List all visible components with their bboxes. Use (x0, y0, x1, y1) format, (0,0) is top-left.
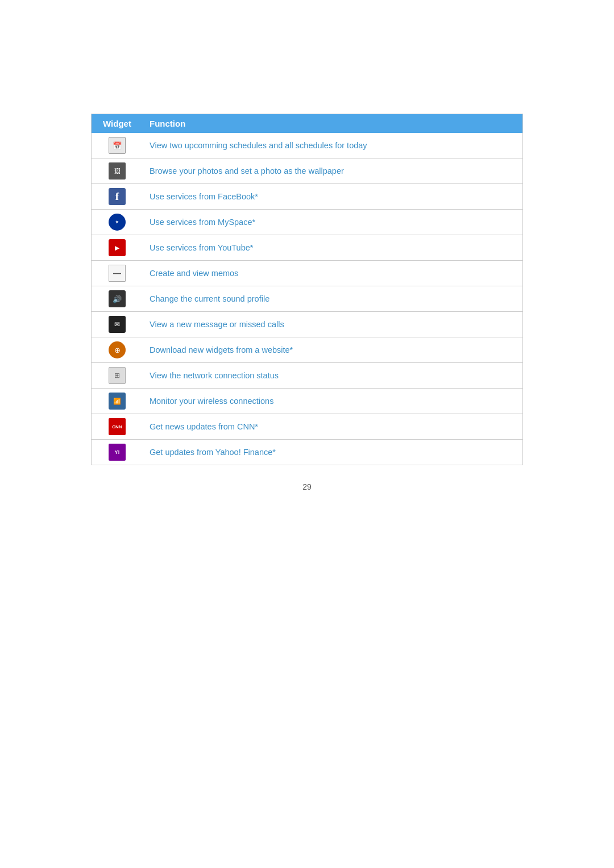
memo-icon-symbol: — (109, 265, 126, 282)
table-row: 🔊Change the current sound profile (92, 286, 522, 312)
table-row: ▶Use services from YouTube* (92, 235, 522, 261)
function-text: View a new message or missed calls (143, 312, 522, 337)
table-row: ⊕Download new widgets from a website* (92, 337, 522, 363)
network-icon: ⊞ (92, 363, 143, 389)
youtube-icon-symbol: ▶ (109, 239, 126, 256)
function-text: Browse your photos and set a photo as th… (143, 158, 522, 184)
yahoo-icon: Y! (92, 440, 143, 465)
page-number: 29 (91, 482, 523, 491)
facebook-icon: f (92, 184, 143, 210)
function-text: Use services from MySpace* (143, 210, 522, 235)
calendar-icon: 📅 (92, 133, 143, 158)
facebook-icon-symbol: f (109, 188, 126, 205)
cnn-icon-symbol: CNN (109, 418, 126, 435)
table-row: 🖼Browse your photos and set a photo as t… (92, 158, 522, 184)
table-row: fUse services from FaceBook* (92, 184, 522, 210)
memo-icon: — (92, 261, 143, 286)
function-text: View the network connection status (143, 363, 522, 389)
function-text: View two upcomming schedules and all sch… (143, 133, 522, 158)
function-text: Get updates from Yahoo! Finance* (143, 440, 522, 465)
table-row: —Create and view memos (92, 261, 522, 286)
myspace-icon-symbol: ✦ (109, 214, 126, 231)
widget-column-header: Widget (92, 114, 143, 133)
wireless-icon-symbol: 📶 (109, 393, 126, 410)
wireless-icon: 📶 (92, 389, 143, 414)
function-text: Use services from FaceBook* (143, 184, 522, 210)
widget-download-icon-symbol: ⊕ (109, 341, 126, 358)
myspace-icon: ✦ (92, 210, 143, 235)
table-row: ✦Use services from MySpace* (92, 210, 522, 235)
table-row: 📅View two upcomming schedules and all sc… (92, 133, 522, 158)
widget-download-icon: ⊕ (92, 337, 143, 363)
calendar-icon-symbol: 📅 (109, 137, 126, 154)
widget-table: Widget Function 📅View two upcomming sche… (92, 114, 522, 465)
function-text: Download new widgets from a website* (143, 337, 522, 363)
page-wrapper: Widget Function 📅View two upcomming sche… (0, 0, 614, 548)
function-column-header: Function (143, 114, 522, 133)
table-row: ⊞View the network connection status (92, 363, 522, 389)
table-row: 📶Monitor your wireless connections (92, 389, 522, 414)
table-header-row: Widget Function (92, 114, 522, 133)
photo-icon-symbol: 🖼 (109, 162, 126, 180)
photo-icon: 🖼 (92, 158, 143, 184)
network-icon-symbol: ⊞ (109, 367, 126, 384)
message-icon-symbol: ✉ (109, 316, 126, 333)
function-text: Monitor your wireless connections (143, 389, 522, 414)
widget-table-container: Widget Function 📅View two upcomming sche… (91, 114, 523, 465)
function-text: Get news updates from CNN* (143, 414, 522, 440)
function-text: Use services from YouTube* (143, 235, 522, 261)
table-row: ✉View a new message or missed calls (92, 312, 522, 337)
youtube-icon: ▶ (92, 235, 143, 261)
function-text: Create and view memos (143, 261, 522, 286)
table-row: CNNGet news updates from CNN* (92, 414, 522, 440)
sound-icon-symbol: 🔊 (109, 290, 126, 307)
cnn-icon: CNN (92, 414, 143, 440)
sound-icon: 🔊 (92, 286, 143, 312)
function-text: Change the current sound profile (143, 286, 522, 312)
message-icon: ✉ (92, 312, 143, 337)
table-row: Y!Get updates from Yahoo! Finance* (92, 440, 522, 465)
yahoo-icon-symbol: Y! (109, 444, 126, 461)
